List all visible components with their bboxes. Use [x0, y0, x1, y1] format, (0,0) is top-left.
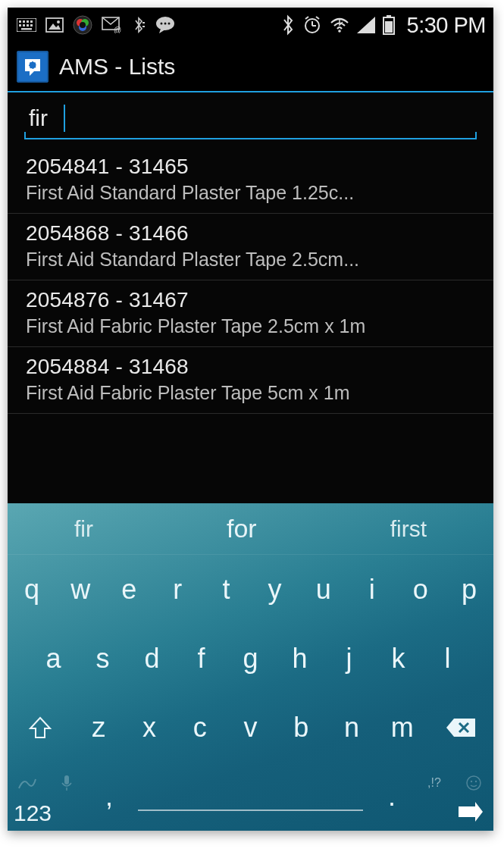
- key-m[interactable]: m: [377, 712, 427, 744]
- punct-key[interactable]: ,!?: [415, 776, 454, 790]
- emoji-icon[interactable]: [454, 775, 493, 791]
- svg-point-26: [168, 23, 171, 25]
- results-list: 2054841 - 31465 First Aid Standard Plast…: [8, 147, 493, 414]
- key-r[interactable]: r: [153, 574, 202, 606]
- battery-icon: [383, 15, 395, 35]
- svg-marker-11: [49, 23, 61, 30]
- key-s[interactable]: s: [78, 643, 127, 675]
- list-item[interactable]: 2054841 - 31465 First Aid Standard Plast…: [8, 147, 493, 214]
- key-o[interactable]: o: [396, 574, 445, 606]
- list-item[interactable]: 2054868 - 31466 First Aid Standard Plast…: [8, 214, 493, 280]
- enter-key[interactable]: [454, 800, 484, 823]
- status-clock: 5:30 PM: [407, 13, 487, 38]
- bt-small-icon: [132, 16, 146, 34]
- mic-icon[interactable]: [47, 774, 86, 792]
- svg-point-32: [338, 30, 341, 33]
- text-cursor: [64, 105, 65, 132]
- picture-icon: [45, 17, 64, 33]
- key-row: q w e r t y u i o p: [8, 555, 493, 624]
- svg-line-30: [305, 17, 308, 19]
- svg-point-17: [80, 22, 86, 28]
- key-l[interactable]: l: [423, 643, 472, 675]
- key-n[interactable]: n: [327, 712, 377, 744]
- key-row: z x c v b n m: [8, 693, 493, 762]
- svg-rect-4: [30, 20, 33, 23]
- shift-key[interactable]: [8, 715, 74, 741]
- key-p[interactable]: p: [445, 574, 493, 606]
- item-code: 2054841 - 31465: [26, 155, 475, 179]
- key-h[interactable]: h: [275, 643, 324, 675]
- svg-rect-10: [46, 18, 63, 32]
- svg-marker-33: [357, 17, 375, 33]
- svg-rect-2: [23, 20, 25, 23]
- key-j[interactable]: j: [324, 643, 374, 675]
- svg-text:@: @: [114, 26, 121, 33]
- key-c[interactable]: c: [174, 712, 225, 744]
- suggestion[interactable]: fir: [74, 516, 93, 542]
- svg-rect-6: [23, 24, 25, 27]
- search-field-wrap: [8, 92, 493, 147]
- svg-point-37: [29, 61, 36, 69]
- key-z[interactable]: z: [74, 712, 124, 744]
- key-x[interactable]: x: [124, 712, 175, 744]
- mail-attach-icon: @: [102, 17, 123, 33]
- suggestion[interactable]: for: [227, 514, 257, 543]
- backspace-key[interactable]: [427, 716, 493, 740]
- item-code: 2054876 - 31467: [26, 288, 475, 312]
- item-desc: First Aid Fabric Plaster Tape 5cm x 1m: [26, 382, 475, 404]
- chat-bubble-icon: [155, 15, 176, 35]
- svg-rect-36: [385, 21, 393, 33]
- key-row: a s d f g h j k l: [8, 624, 493, 693]
- svg-point-45: [475, 780, 477, 781]
- bluetooth-icon: [281, 14, 295, 36]
- suggestion-bar: fir for first: [8, 503, 493, 555]
- list-item[interactable]: 2054884 - 31468 First Aid Fabric Plaster…: [8, 347, 493, 414]
- key-d[interactable]: d: [127, 643, 177, 675]
- camera-color-icon: [73, 15, 92, 35]
- key-g[interactable]: g: [226, 643, 275, 675]
- key-y[interactable]: y: [251, 574, 299, 606]
- app-bar: AMS - Lists: [8, 42, 493, 92]
- comma-key[interactable]: ,: [86, 781, 132, 813]
- numeric-key[interactable]: 123: [14, 800, 67, 826]
- signal-icon: [357, 17, 375, 33]
- item-code: 2054868 - 31466: [26, 221, 475, 246]
- key-e[interactable]: e: [105, 574, 153, 606]
- key-k[interactable]: k: [374, 643, 423, 675]
- key-q[interactable]: q: [8, 574, 56, 606]
- key-f[interactable]: f: [177, 643, 226, 675]
- svg-rect-7: [27, 24, 29, 27]
- suggestion[interactable]: first: [390, 516, 427, 542]
- empty-area: [8, 414, 493, 503]
- status-bar: @ 5:30 PM: [8, 8, 493, 42]
- list-item[interactable]: 2054876 - 31467 First Aid Fabric Plaster…: [8, 280, 493, 347]
- swiftkey-icon[interactable]: [8, 775, 47, 791]
- space-key[interactable]: [138, 778, 364, 811]
- key-a[interactable]: a: [29, 643, 78, 675]
- key-row: 123 , . ,!?: [8, 762, 493, 831]
- app-icon: [17, 51, 49, 83]
- key-v[interactable]: v: [225, 712, 276, 744]
- key-u[interactable]: u: [299, 574, 348, 606]
- alarm-icon: [302, 15, 322, 35]
- period-key[interactable]: .: [369, 781, 415, 813]
- status-right: 5:30 PM: [281, 13, 487, 38]
- app-title: AMS - Lists: [59, 54, 175, 80]
- item-desc: First Aid Fabric Plaster Tape 2.5cm x 1m: [26, 315, 475, 337]
- keyboard-icon: [17, 18, 36, 32]
- screen: @ 5:30 PM: [8, 8, 493, 831]
- key-i[interactable]: i: [348, 574, 396, 606]
- svg-marker-46: [459, 802, 483, 822]
- svg-point-43: [467, 776, 481, 790]
- search-underline: [24, 103, 477, 139]
- key-w[interactable]: w: [56, 574, 105, 606]
- key-b[interactable]: b: [276, 712, 327, 744]
- svg-rect-41: [64, 775, 69, 784]
- svg-rect-9: [21, 28, 32, 30]
- svg-rect-8: [30, 24, 33, 27]
- key-t[interactable]: t: [202, 574, 250, 606]
- search-input[interactable]: [24, 103, 477, 139]
- item-desc: First Aid Standard Plaster Tape 1.25c...: [26, 182, 475, 204]
- svg-rect-1: [19, 20, 21, 23]
- svg-point-44: [471, 780, 472, 781]
